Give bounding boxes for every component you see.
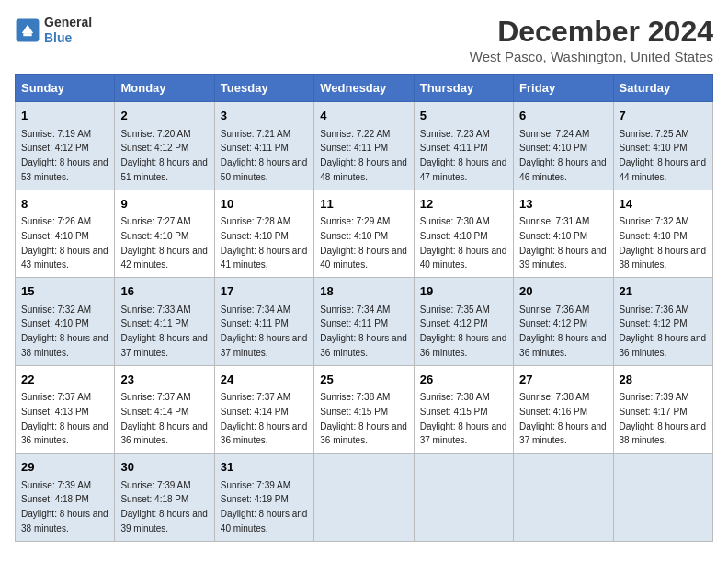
day-header-tuesday: Tuesday xyxy=(214,75,313,102)
day-number: 28 xyxy=(620,371,707,389)
calendar-cell: 3Sunrise: 7:21 AMSunset: 4:11 PMDaylight… xyxy=(214,102,313,190)
cell-content: Sunrise: 7:23 AMSunset: 4:11 PMDaylight:… xyxy=(420,129,507,182)
day-number: 15 xyxy=(21,282,108,301)
calendar-cell xyxy=(613,454,712,542)
calendar-week-row: 29Sunrise: 7:39 AMSunset: 4:18 PMDayligh… xyxy=(16,454,713,542)
day-number: 23 xyxy=(120,371,208,389)
day-number: 16 xyxy=(120,282,208,301)
logo-icon xyxy=(15,17,40,43)
calendar-body: 1Sunrise: 7:19 AMSunset: 4:12 PMDaylight… xyxy=(16,102,713,542)
calendar-cell xyxy=(414,454,513,542)
day-number: 12 xyxy=(420,195,507,213)
day-number: 8 xyxy=(21,195,108,213)
cell-content: Sunrise: 7:25 AMSunset: 4:10 PMDaylight:… xyxy=(620,129,707,182)
month-title: December 2024 xyxy=(470,15,713,49)
calendar-cell: 23Sunrise: 7:37 AMSunset: 4:14 PMDayligh… xyxy=(115,365,214,454)
day-number: 24 xyxy=(221,371,308,389)
calendar-week-row: 22Sunrise: 7:37 AMSunset: 4:13 PMDayligh… xyxy=(16,365,713,454)
calendar-cell: 13Sunrise: 7:31 AMSunset: 4:10 PMDayligh… xyxy=(514,190,613,278)
cell-content: Sunrise: 7:39 AMSunset: 4:19 PMDaylight:… xyxy=(221,480,308,534)
logo: General Blue xyxy=(15,15,92,46)
calendar-cell: 10Sunrise: 7:28 AMSunset: 4:10 PMDayligh… xyxy=(214,190,313,278)
calendar-cell: 18Sunrise: 7:34 AMSunset: 4:11 PMDayligh… xyxy=(314,278,414,366)
calendar-cell: 22Sunrise: 7:37 AMSunset: 4:13 PMDayligh… xyxy=(16,365,115,454)
day-number: 7 xyxy=(620,107,707,125)
day-number: 14 xyxy=(620,195,707,213)
calendar-cell: 12Sunrise: 7:30 AMSunset: 4:10 PMDayligh… xyxy=(414,190,513,278)
day-number: 4 xyxy=(320,107,407,125)
cell-content: Sunrise: 7:39 AMSunset: 4:17 PMDaylight:… xyxy=(620,392,707,445)
day-header-thursday: Thursday xyxy=(414,75,513,102)
calendar-cell: 11Sunrise: 7:29 AMSunset: 4:10 PMDayligh… xyxy=(314,190,414,278)
calendar-cell: 28Sunrise: 7:39 AMSunset: 4:17 PMDayligh… xyxy=(613,365,712,454)
title-section: December 2024 West Pasco, Washington, Un… xyxy=(470,15,713,64)
calendar-cell xyxy=(514,454,613,542)
cell-content: Sunrise: 7:32 AMSunset: 4:10 PMDaylight:… xyxy=(620,216,707,270)
cell-content: Sunrise: 7:33 AMSunset: 4:11 PMDaylight:… xyxy=(120,304,208,358)
calendar-cell: 9Sunrise: 7:27 AMSunset: 4:10 PMDaylight… xyxy=(115,190,214,278)
calendar-cell: 19Sunrise: 7:35 AMSunset: 4:12 PMDayligh… xyxy=(414,278,513,366)
calendar-cell: 30Sunrise: 7:39 AMSunset: 4:18 PMDayligh… xyxy=(115,454,214,542)
calendar-cell: 8Sunrise: 7:26 AMSunset: 4:10 PMDaylight… xyxy=(16,190,115,278)
calendar-table: SundayMondayTuesdayWednesdayThursdayFrid… xyxy=(15,74,713,542)
logo-text: General Blue xyxy=(44,15,92,46)
cell-content: Sunrise: 7:35 AMSunset: 4:12 PMDaylight:… xyxy=(420,304,507,358)
calendar-cell: 27Sunrise: 7:38 AMSunset: 4:16 PMDayligh… xyxy=(514,365,613,454)
calendar-cell: 1Sunrise: 7:19 AMSunset: 4:12 PMDaylight… xyxy=(16,102,115,190)
logo-general: General xyxy=(44,15,92,30)
cell-content: Sunrise: 7:26 AMSunset: 4:10 PMDaylight:… xyxy=(21,216,108,270)
calendar-cell: 17Sunrise: 7:34 AMSunset: 4:11 PMDayligh… xyxy=(214,278,313,366)
day-number: 5 xyxy=(420,107,507,125)
day-number: 3 xyxy=(221,107,308,125)
calendar-week-row: 1Sunrise: 7:19 AMSunset: 4:12 PMDaylight… xyxy=(16,102,713,190)
day-number: 10 xyxy=(221,195,308,213)
location-title: West Pasco, Washington, United States xyxy=(470,49,713,64)
calendar-cell: 15Sunrise: 7:32 AMSunset: 4:10 PMDayligh… xyxy=(16,278,115,366)
cell-content: Sunrise: 7:37 AMSunset: 4:14 PMDaylight:… xyxy=(221,392,308,445)
calendar-cell: 29Sunrise: 7:39 AMSunset: 4:18 PMDayligh… xyxy=(16,454,115,542)
day-number: 13 xyxy=(519,195,607,213)
calendar-cell: 6Sunrise: 7:24 AMSunset: 4:10 PMDaylight… xyxy=(514,102,613,190)
page-header: General Blue December 2024 West Pasco, W… xyxy=(15,15,713,64)
cell-content: Sunrise: 7:20 AMSunset: 4:12 PMDaylight:… xyxy=(120,129,208,182)
cell-content: Sunrise: 7:39 AMSunset: 4:18 PMDaylight:… xyxy=(120,480,208,534)
cell-content: Sunrise: 7:24 AMSunset: 4:10 PMDaylight:… xyxy=(519,129,607,182)
day-number: 22 xyxy=(21,371,108,389)
calendar-cell: 25Sunrise: 7:38 AMSunset: 4:15 PMDayligh… xyxy=(314,365,414,454)
day-number: 6 xyxy=(519,107,607,125)
calendar-header: SundayMondayTuesdayWednesdayThursdayFrid… xyxy=(16,75,713,102)
day-header-friday: Friday xyxy=(514,75,613,102)
calendar-week-row: 8Sunrise: 7:26 AMSunset: 4:10 PMDaylight… xyxy=(16,190,713,278)
cell-content: Sunrise: 7:31 AMSunset: 4:10 PMDaylight:… xyxy=(519,216,607,270)
day-number: 27 xyxy=(519,371,607,389)
calendar-cell: 21Sunrise: 7:36 AMSunset: 4:12 PMDayligh… xyxy=(613,278,712,366)
day-number: 30 xyxy=(120,458,208,477)
cell-content: Sunrise: 7:37 AMSunset: 4:14 PMDaylight:… xyxy=(120,392,208,445)
calendar-cell: 14Sunrise: 7:32 AMSunset: 4:10 PMDayligh… xyxy=(613,190,712,278)
day-number: 17 xyxy=(221,282,308,301)
day-number: 31 xyxy=(221,458,308,477)
calendar-cell: 2Sunrise: 7:20 AMSunset: 4:12 PMDaylight… xyxy=(115,102,214,190)
cell-content: Sunrise: 7:19 AMSunset: 4:12 PMDaylight:… xyxy=(21,129,108,182)
calendar-cell: 24Sunrise: 7:37 AMSunset: 4:14 PMDayligh… xyxy=(214,365,313,454)
cell-content: Sunrise: 7:32 AMSunset: 4:10 PMDaylight:… xyxy=(21,304,108,358)
cell-content: Sunrise: 7:22 AMSunset: 4:11 PMDaylight:… xyxy=(320,129,407,182)
day-header-wednesday: Wednesday xyxy=(314,75,414,102)
day-header-saturday: Saturday xyxy=(613,75,712,102)
cell-content: Sunrise: 7:36 AMSunset: 4:12 PMDaylight:… xyxy=(620,304,707,358)
calendar-cell: 26Sunrise: 7:38 AMSunset: 4:15 PMDayligh… xyxy=(414,365,513,454)
calendar-cell: 7Sunrise: 7:25 AMSunset: 4:10 PMDaylight… xyxy=(613,102,712,190)
header-row: SundayMondayTuesdayWednesdayThursdayFrid… xyxy=(16,75,713,102)
day-header-sunday: Sunday xyxy=(16,75,115,102)
cell-content: Sunrise: 7:39 AMSunset: 4:18 PMDaylight:… xyxy=(21,480,108,534)
day-number: 9 xyxy=(120,195,208,213)
day-number: 19 xyxy=(420,282,507,301)
calendar-week-row: 15Sunrise: 7:32 AMSunset: 4:10 PMDayligh… xyxy=(16,278,713,366)
day-number: 1 xyxy=(21,107,108,125)
cell-content: Sunrise: 7:21 AMSunset: 4:11 PMDaylight:… xyxy=(221,129,308,182)
cell-content: Sunrise: 7:28 AMSunset: 4:10 PMDaylight:… xyxy=(221,216,308,270)
day-number: 20 xyxy=(519,282,607,301)
cell-content: Sunrise: 7:30 AMSunset: 4:10 PMDaylight:… xyxy=(420,216,507,270)
day-number: 21 xyxy=(620,282,707,301)
day-number: 29 xyxy=(21,458,108,477)
